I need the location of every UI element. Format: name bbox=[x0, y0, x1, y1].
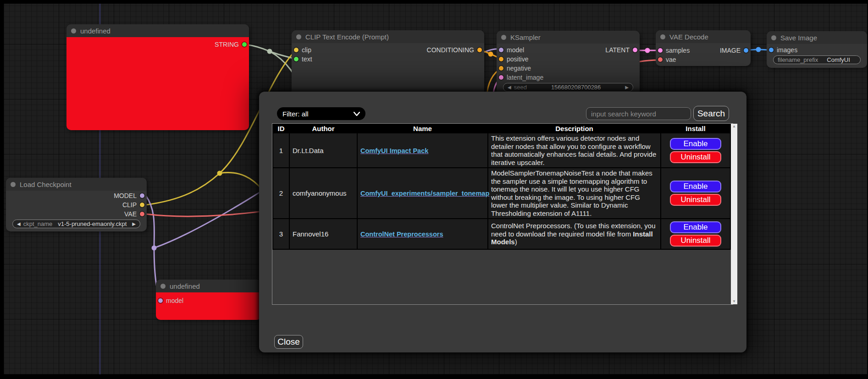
decrement-arrow-icon[interactable]: ◀ bbox=[17, 221, 21, 226]
table-row: 2comfyanonymousComfyUI_experiments/sampl… bbox=[273, 168, 730, 218]
uninstall-button[interactable]: Uninstall bbox=[670, 151, 721, 163]
slot-row: modelLATENT bbox=[497, 45, 640, 55]
node-body: STRING bbox=[66, 37, 249, 130]
output-slot-label: LATENT bbox=[605, 46, 630, 54]
filter-select[interactable]: Filter: all bbox=[277, 107, 365, 120]
comfyui-app: undefined STRING CLIP Text Encode (Promp… bbox=[0, 0, 868, 379]
vae-input-port[interactable] bbox=[658, 57, 663, 62]
extension-link[interactable]: ComfyUI_experiments/sampler_tonemap bbox=[360, 190, 489, 197]
node-ksampler[interactable]: KSampler modelLATENTpositivenegativelate… bbox=[497, 31, 640, 97]
extension-link[interactable]: ControlNet Preprocessors bbox=[360, 231, 443, 238]
scrollbar-up-arrow[interactable]: ▲ bbox=[732, 124, 736, 129]
close-button[interactable]: Close bbox=[274, 335, 303, 349]
latent_image-input-port[interactable] bbox=[499, 75, 503, 80]
col-header-name: Name bbox=[358, 125, 487, 132]
uninstall-button[interactable]: Uninstall bbox=[670, 194, 721, 206]
decrement-arrow-icon[interactable]: ◀ bbox=[508, 85, 511, 90]
MODEL-output-port[interactable] bbox=[140, 193, 144, 198]
node-title-bar[interactable]: KSampler bbox=[497, 31, 640, 44]
output-slot-label: VAE bbox=[124, 210, 137, 218]
node-title: Save Image bbox=[780, 34, 817, 42]
text-input-port[interactable] bbox=[294, 57, 299, 61]
extensions-tbody: 1Dr.Lt.DataComfyUI Impact PackThis exten… bbox=[273, 133, 730, 249]
node-body: samplesIMAGEvae bbox=[656, 43, 751, 66]
slot-row: STRING bbox=[66, 40, 249, 49]
node-title-bar[interactable]: VAE Decode bbox=[656, 30, 751, 43]
node-title-bar[interactable]: Save Image bbox=[767, 31, 867, 44]
filter-select-value: Filter: all bbox=[282, 110, 309, 118]
table-scrollbar[interactable]: ▲ ▼ bbox=[731, 124, 737, 304]
scrollbar-down-arrow[interactable]: ▼ bbox=[732, 299, 736, 304]
slot-row: samplesIMAGE bbox=[656, 46, 751, 55]
positive-input-port[interactable] bbox=[499, 57, 503, 61]
node-collapse-dot[interactable] bbox=[71, 28, 76, 33]
slot-row: positive bbox=[497, 55, 640, 64]
node-collapse-dot[interactable] bbox=[660, 34, 665, 39]
node-title: KSampler bbox=[510, 33, 541, 41]
node-title-bar[interactable]: Load Checkpoint bbox=[6, 178, 147, 191]
input-slot-label: text bbox=[302, 55, 312, 63]
enable-button[interactable]: Enable bbox=[670, 138, 721, 150]
node-collapse-dot[interactable] bbox=[296, 34, 301, 39]
node-title-bar[interactable]: undefined bbox=[156, 280, 261, 292]
node-title-bar[interactable]: undefined bbox=[66, 24, 249, 37]
search-input[interactable] bbox=[586, 107, 691, 120]
search-button[interactable]: Search bbox=[693, 106, 729, 121]
images-input-port[interactable] bbox=[769, 48, 774, 52]
widget-label: seed bbox=[514, 84, 527, 91]
uninstall-button[interactable]: Uninstall bbox=[670, 235, 721, 247]
input-slot-label: clip bbox=[302, 46, 311, 54]
col-header-id: ID bbox=[273, 125, 289, 132]
node-body: MODELCLIPVAE◀ckpt_namev1-5-pruned-emaonl… bbox=[6, 191, 147, 231]
enable-button[interactable]: Enable bbox=[670, 221, 721, 233]
node-load-checkpoint[interactable]: Load Checkpoint MODELCLIPVAE◀ckpt_namev1… bbox=[6, 178, 147, 231]
node-save-image[interactable]: Save Image imagesfilename_prefixComfyUI bbox=[767, 31, 867, 68]
input-slot-label: vae bbox=[666, 56, 676, 63]
node-collapse-dot[interactable] bbox=[501, 35, 506, 40]
table-header-row: ID Author Name Description Install bbox=[273, 125, 730, 132]
output-slot-label: STRING bbox=[215, 41, 239, 48]
LATENT-output-port[interactable] bbox=[633, 48, 637, 52]
extension-description: ModelSamplerTonemapNoiseTest a node that… bbox=[488, 168, 660, 218]
window-edge bbox=[0, 374, 868, 379]
extension-link[interactable]: ComfyUI Impact Pack bbox=[360, 147, 428, 154]
node-collapse-dot[interactable] bbox=[160, 284, 166, 289]
VAE-output-port[interactable] bbox=[140, 212, 144, 216]
model-input-port[interactable] bbox=[158, 298, 163, 303]
widget-value: ComfyUI bbox=[821, 56, 856, 63]
ckpt_name-widget[interactable]: ◀ckpt_namev1-5-pruned-emaonly.ckpt▶ bbox=[12, 220, 140, 228]
STRING-output-port[interactable] bbox=[242, 42, 247, 47]
IMAGE-output-port[interactable] bbox=[744, 48, 748, 53]
widget-label: ckpt_name bbox=[23, 220, 53, 227]
window-edge bbox=[0, 0, 4, 379]
input-slot-label: samples bbox=[666, 47, 690, 54]
filename_prefix-widget[interactable]: filename_prefixComfyUI bbox=[773, 55, 861, 64]
increment-arrow-icon[interactable]: ▶ bbox=[132, 221, 136, 226]
enable-button[interactable]: Enable bbox=[670, 181, 721, 192]
node-collapse-dot[interactable] bbox=[771, 35, 776, 40]
node-title-bar[interactable]: CLIP Text Encode (Prompt) bbox=[292, 30, 484, 43]
slot-row: images bbox=[767, 45, 867, 55]
node-body: model bbox=[156, 292, 261, 320]
increment-arrow-icon[interactable]: ▶ bbox=[625, 85, 629, 90]
CLIP-output-port[interactable] bbox=[140, 203, 144, 207]
slot-row: clipCONDITIONING bbox=[292, 45, 484, 55]
seed-widget[interactable]: ◀seed156680208700286▶ bbox=[503, 83, 633, 92]
node-undefined-top[interactable]: undefined STRING bbox=[66, 24, 249, 130]
node-undefined-bottom[interactable]: undefined model bbox=[156, 280, 261, 320]
node-collapse-dot[interactable] bbox=[11, 182, 16, 187]
node-vae-decode[interactable]: VAE Decode samplesIMAGEvae bbox=[656, 30, 751, 66]
negative-input-port[interactable] bbox=[499, 66, 503, 71]
extension-author: Dr.Lt.Data bbox=[290, 133, 357, 167]
table-row: 3Fannovel16ControlNet PreprocessorsContr… bbox=[273, 219, 730, 249]
clip-input-port[interactable] bbox=[294, 48, 299, 52]
slot-row: vae bbox=[656, 55, 751, 64]
node-title: Load Checkpoint bbox=[20, 181, 72, 188]
node-title: CLIP Text Encode (Prompt) bbox=[305, 33, 389, 41]
model-input-port[interactable] bbox=[499, 48, 503, 52]
samples-input-port[interactable] bbox=[658, 48, 663, 53]
slot-row: negative bbox=[497, 64, 640, 73]
CONDITIONING-output-port[interactable] bbox=[477, 48, 482, 52]
extension-id: 3 bbox=[273, 219, 289, 249]
extension-author: Fannovel16 bbox=[290, 219, 357, 249]
